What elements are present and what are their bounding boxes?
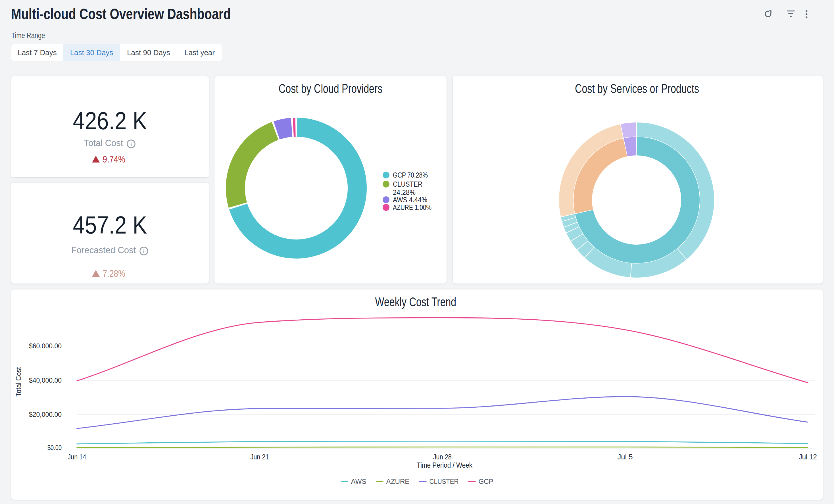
svg-text:Jun 28: Jun 28 [433,453,452,461]
svg-text:$60,000.00: $60,000.00 [29,342,62,350]
svg-text:24.28%: 24.28% [393,188,416,196]
svg-text:$40,000.00: $40,000.00 [29,376,62,384]
svg-text:Time Period / Week: Time Period / Week [417,461,473,469]
svg-text:$20,000.00: $20,000.00 [29,411,62,418]
svg-text:$0.00: $0.00 [47,444,62,452]
svg-text:Jul 12: Jul 12 [799,453,817,461]
svg-text:GCP 70.28%: GCP 70.28% [393,171,428,179]
svg-text:CLUSTER: CLUSTER [393,180,422,188]
svg-text:AWS 4.44%: AWS 4.44% [393,196,427,204]
svg-text:Jul 5: Jul 5 [618,453,633,461]
svg-text:Jun 21: Jun 21 [250,453,269,461]
svg-text:AZURE: AZURE [386,478,410,485]
svg-text:AZURE 1.00%: AZURE 1.00% [393,203,432,211]
svg-text:GCP: GCP [479,478,493,485]
svg-text:Jun 14: Jun 14 [68,453,86,461]
svg-text:AWS: AWS [351,478,367,485]
svg-text:CLUSTER: CLUSTER [430,478,459,485]
svg-text:Total Cost: Total Cost [14,367,23,397]
